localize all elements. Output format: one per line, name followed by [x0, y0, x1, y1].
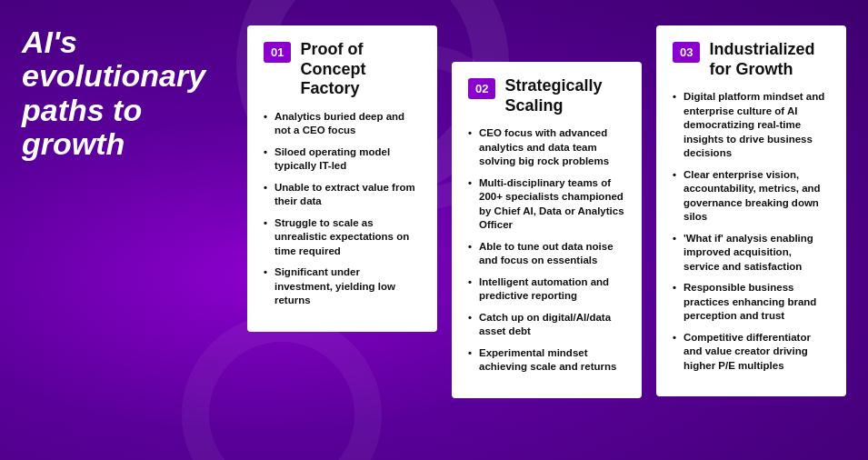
card-02-title: Strategically Scaling — [504, 76, 625, 115]
title-area: AI's evolutionary paths to growth — [22, 25, 231, 162]
list-item: Multi-disciplinary teams of 200+ special… — [468, 176, 625, 233]
card-02-header: 02 Strategically Scaling — [468, 76, 625, 115]
list-item: Significant under investment, yielding l… — [264, 265, 421, 308]
list-item: Siloed operating model typically IT-led — [264, 145, 421, 174]
card-02-number: 02 — [468, 78, 495, 99]
card-01: 01 Proof of Concept Factory Analytics bu… — [247, 25, 437, 332]
list-item: Digital platform mindset and enterprise … — [673, 90, 830, 161]
list-item: 'What if' analysis enabling improved acq… — [673, 232, 830, 275]
list-item: Struggle to scale as unrealistic expecta… — [264, 216, 421, 259]
card-03-header: 03 Industrialized for Growth — [673, 40, 830, 79]
list-item: Able to tune out data noise and focus on… — [468, 240, 625, 268]
main-title: AI's evolutionary paths to growth — [22, 25, 231, 162]
list-item: Experimental mindset achieving scale and… — [468, 346, 625, 375]
list-item: Unable to extract value from their data — [264, 181, 421, 209]
title-line-2: paths to growth — [22, 93, 142, 161]
card-03-list: Digital platform mindset and enterprise … — [673, 90, 830, 373]
page-container: AI's evolutionary paths to growth 01 Pro… — [0, 0, 868, 460]
list-item: Clear enterprise vision, accountability,… — [673, 168, 830, 225]
card-02: 02 Strategically Scaling CEO focus with … — [452, 62, 642, 398]
list-item: Intelligent automation and predictive re… — [468, 275, 625, 304]
list-item: Catch up on digital/AI/data asset debt — [468, 311, 625, 339]
column-2: 02 Strategically Scaling CEO focus with … — [452, 62, 642, 398]
card-01-title: Proof of Concept Factory — [300, 40, 421, 99]
list-item: Competitive differentiator and value cre… — [673, 331, 830, 374]
cards-area: 01 Proof of Concept Factory Analytics bu… — [247, 25, 846, 398]
card-03-title: Industrialized for Growth — [709, 40, 830, 79]
card-03: 03 Industrialized for Growth Digital pla… — [656, 25, 846, 396]
title-line-1: AI's evolutionary — [22, 25, 205, 93]
card-01-list: Analytics buried deep and not a CEO focu… — [264, 110, 421, 308]
card-03-number: 03 — [673, 42, 700, 63]
card-01-header: 01 Proof of Concept Factory — [264, 40, 421, 99]
column-3: 03 Industrialized for Growth Digital pla… — [656, 25, 846, 396]
list-item: Responsible business practices enhancing… — [673, 281, 830, 324]
list-item: CEO focus with advanced analytics and da… — [468, 126, 625, 169]
column-1: 01 Proof of Concept Factory Analytics bu… — [247, 25, 437, 332]
list-item: Analytics buried deep and not a CEO focu… — [264, 110, 421, 138]
card-01-number: 01 — [264, 42, 291, 63]
card-02-list: CEO focus with advanced analytics and da… — [468, 126, 625, 375]
